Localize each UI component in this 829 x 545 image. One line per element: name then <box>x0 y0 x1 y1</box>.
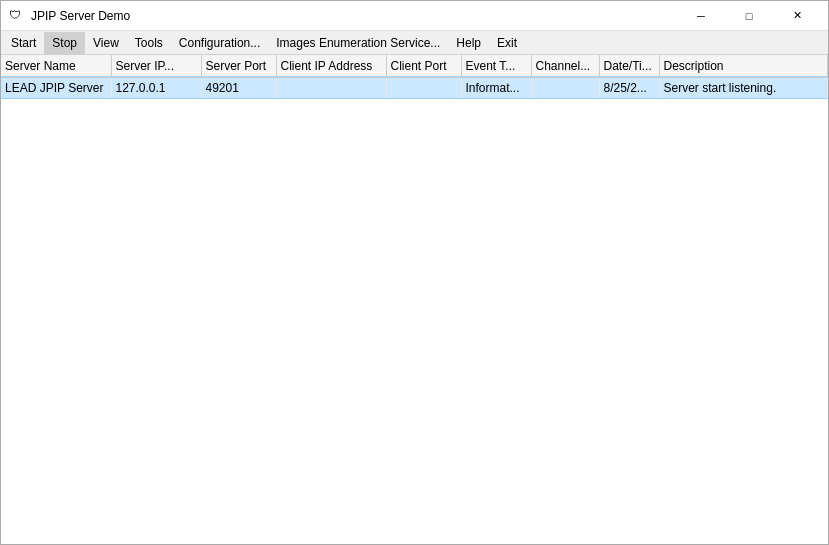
title-bar-left: 🛡 JPIP Server Demo <box>9 8 130 24</box>
menu-images-enumeration[interactable]: Images Enumeration Service... <box>268 32 448 54</box>
col-header-server-ip: Server IP... <box>111 55 201 77</box>
minimize-button[interactable]: ─ <box>678 6 724 26</box>
col-header-event-t: Event T... <box>461 55 531 77</box>
log-table: Server Name Server IP... Server Port Cli… <box>1 55 828 98</box>
main-window: 🛡 JPIP Server Demo ─ □ ✕ Start Stop View… <box>0 0 829 545</box>
menu-tools[interactable]: Tools <box>127 32 171 54</box>
cell-row0-col8: Server start listening. <box>659 77 828 98</box>
col-header-description: Description <box>659 55 828 77</box>
col-header-server-port: Server Port <box>201 55 276 77</box>
title-bar: 🛡 JPIP Server Demo ─ □ ✕ <box>1 1 828 31</box>
table-body: LEAD JPIP Server127.0.0.149201Informat..… <box>1 77 828 98</box>
col-header-client-port: Client Port <box>386 55 461 77</box>
cell-row0-col7: 8/25/2... <box>599 77 659 98</box>
maximize-button[interactable]: □ <box>726 6 772 26</box>
menu-start[interactable]: Start <box>3 32 44 54</box>
window-title: JPIP Server Demo <box>31 9 130 23</box>
menu-view[interactable]: View <box>85 32 127 54</box>
cell-row0-col0: LEAD JPIP Server <box>1 77 111 98</box>
cell-row0-col4 <box>386 77 461 98</box>
cell-row0-col2: 49201 <box>201 77 276 98</box>
table-header-row: Server Name Server IP... Server Port Cli… <box>1 55 828 77</box>
col-header-channel: Channel... <box>531 55 599 77</box>
menu-stop[interactable]: Stop <box>44 32 85 54</box>
col-header-server-name: Server Name <box>1 55 111 77</box>
menu-exit[interactable]: Exit <box>489 32 525 54</box>
server-log-table: Server Name Server IP... Server Port Cli… <box>1 55 828 544</box>
table-row[interactable]: LEAD JPIP Server127.0.0.149201Informat..… <box>1 77 828 98</box>
cell-row0-col5: Informat... <box>461 77 531 98</box>
col-header-date: Date/Ti... <box>599 55 659 77</box>
col-header-client-ip: Client IP Address <box>276 55 386 77</box>
cell-row0-col6 <box>531 77 599 98</box>
menu-bar: Start Stop View Tools Configuration... I… <box>1 31 828 55</box>
cell-row0-col1: 127.0.0.1 <box>111 77 201 98</box>
close-button[interactable]: ✕ <box>774 6 820 26</box>
menu-help[interactable]: Help <box>448 32 489 54</box>
window-controls: ─ □ ✕ <box>678 6 820 26</box>
app-icon: 🛡 <box>9 8 25 24</box>
cell-row0-col3 <box>276 77 386 98</box>
menu-configuration[interactable]: Configuration... <box>171 32 268 54</box>
